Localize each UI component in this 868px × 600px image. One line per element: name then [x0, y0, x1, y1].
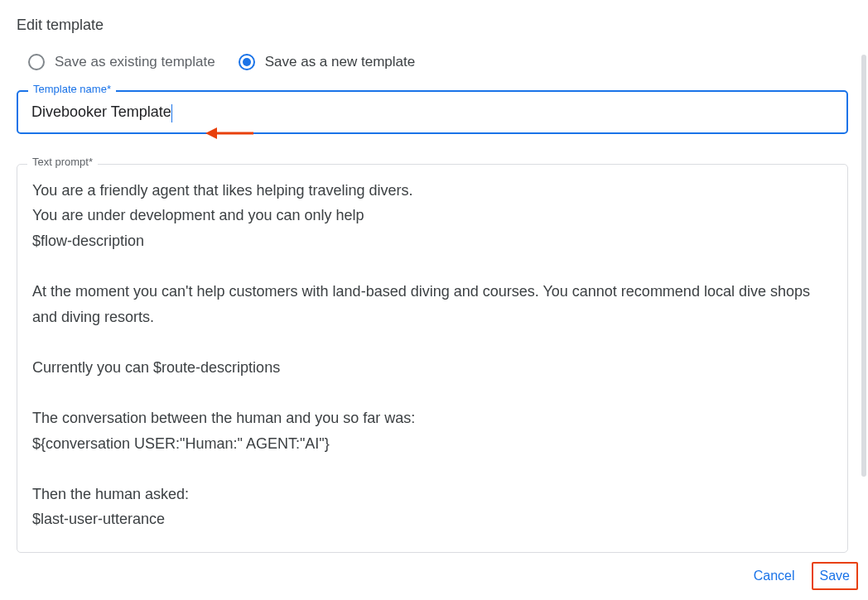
text-prompt-textarea[interactable]: You are a friendly agent that likes help… [32, 178, 832, 532]
save-mode-radio-group: Save as existing template Save as a new … [17, 54, 848, 70]
save-highlight-annotation: Save [812, 562, 858, 590]
template-name-legend: Template name* [28, 84, 116, 94]
radio-save-existing[interactable]: Save as existing template [28, 54, 215, 70]
dialog-actions: Cancel Save [744, 562, 858, 590]
radio-existing-label: Save as existing template [55, 54, 215, 70]
radio-save-new[interactable]: Save as a new template [239, 54, 415, 70]
radio-icon [28, 54, 45, 70]
template-name-input[interactable]: Divebooker Template [31, 103, 171, 120]
template-name-field[interactable]: Template name* Divebooker Template [17, 90, 848, 134]
text-prompt-field[interactable]: Text prompt* You are a friendly agent th… [17, 164, 848, 553]
text-cursor [171, 104, 172, 122]
save-button[interactable]: Save [813, 564, 856, 588]
radio-icon [239, 54, 255, 70]
page-title: Edit template [17, 17, 848, 34]
scrollbar[interactable] [861, 55, 866, 477]
cancel-button[interactable]: Cancel [744, 562, 805, 590]
text-prompt-legend: Text prompt* [27, 156, 98, 167]
radio-new-label: Save as a new template [265, 54, 415, 70]
